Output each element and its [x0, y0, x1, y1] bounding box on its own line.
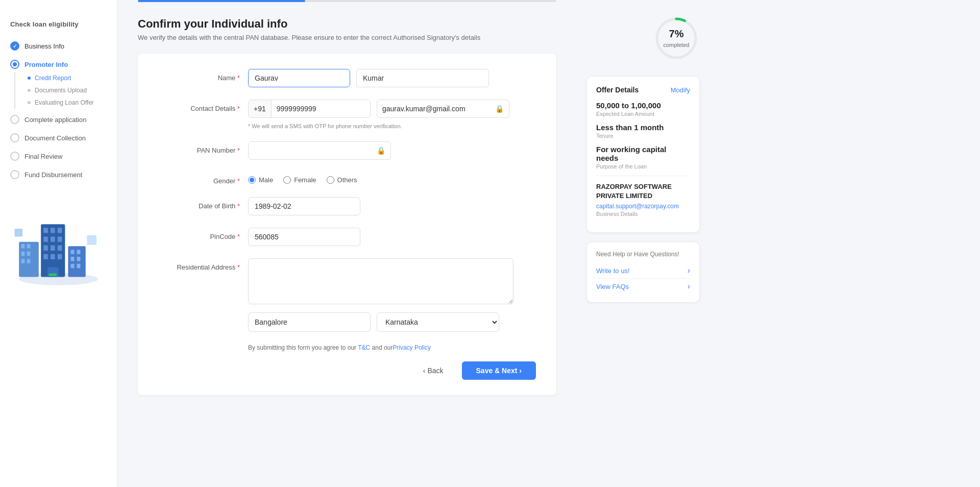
phone-input[interactable]: [272, 100, 371, 117]
progress-bar-fill: [138, 0, 305, 2]
step-label-document-collection: Document Collection: [24, 134, 86, 142]
pan-input[interactable]: [249, 142, 372, 159]
svg-rect-24: [77, 250, 81, 254]
step-label-business-info: Business Info: [24, 42, 64, 50]
pincode-label: PinCode *: [158, 228, 240, 240]
name-row: Name *: [158, 69, 536, 87]
svg-rect-26: [77, 257, 81, 261]
back-button[interactable]: ‹ Back: [411, 361, 456, 380]
progress-circle: 7% completed: [653, 15, 699, 61]
address-textarea[interactable]: [248, 258, 513, 304]
svg-rect-23: [71, 250, 75, 254]
sidebar-item-promoter-info[interactable]: Promoter Info: [10, 57, 107, 72]
dob-input[interactable]: [248, 197, 360, 215]
svg-rect-25: [71, 257, 75, 261]
svg-rect-30: [15, 229, 22, 236]
gender-options: Male Female Others: [248, 172, 536, 184]
write-to-us-link[interactable]: Write to us! ›: [596, 263, 690, 279]
address-row: Residential Address * Karnataka Maharash…: [158, 258, 536, 332]
pan-fields: 🔒: [248, 141, 536, 160]
sidebar-sub-item-documents-upload[interactable]: Documents Upload: [30, 84, 107, 96]
first-name-input[interactable]: [248, 69, 350, 87]
svg-rect-10: [51, 228, 55, 233]
contact-label: Contact Details *: [158, 100, 240, 112]
view-faqs-link[interactable]: View FAQs ›: [596, 279, 690, 294]
write-to-us-text: Write to us!: [596, 267, 630, 275]
tenure-value: Less than 1 month: [596, 123, 690, 132]
pan-wrapper: 🔒: [248, 141, 391, 160]
gender-others-text: Others: [337, 176, 357, 184]
contact-field-row: +91 🔒: [248, 100, 536, 118]
svg-rect-2: [21, 244, 24, 249]
lock-icon: 🔒: [490, 105, 509, 113]
modify-link[interactable]: Modify: [671, 86, 690, 94]
sidebar-item-final-review[interactable]: Final Review: [10, 149, 107, 164]
tenure-label: Tenure: [596, 133, 690, 139]
svg-rect-20: [58, 254, 62, 259]
form-title: Confirm your Individual info: [138, 17, 556, 31]
svg-rect-4: [21, 252, 24, 256]
purpose-value: For working capital needs: [596, 145, 690, 162]
progress-label: completed: [664, 42, 690, 48]
phone-hint: * We will send a SMS with OTP for phone …: [248, 123, 536, 129]
svg-rect-13: [51, 236, 55, 241]
save-next-button[interactable]: Save & Next ›: [462, 361, 536, 380]
state-select[interactable]: Karnataka Maharashtra Delhi Tamil Nadu T…: [377, 312, 499, 332]
svg-rect-7: [27, 259, 31, 263]
loan-amount-value: 50,000 to 1,00,000: [596, 101, 690, 110]
step-label-promoter-info: Promoter Info: [24, 61, 68, 68]
gender-male-radio[interactable]: [248, 176, 256, 184]
svg-rect-15: [43, 246, 48, 251]
progress-bar: [138, 0, 556, 2]
form-actions: ‹ Back Save & Next ›: [158, 361, 536, 380]
loan-amount-label: Expected Loan Amount: [596, 111, 690, 117]
city-state-row: Karnataka Maharashtra Delhi Tamil Nadu T…: [248, 312, 536, 332]
offer-card-title: Offer Details: [596, 86, 639, 94]
city-input[interactable]: [248, 312, 371, 332]
svg-rect-6: [21, 259, 24, 263]
sidebar-item-complete-application[interactable]: Complete application: [10, 112, 107, 127]
step-label-complete-application: Complete application: [24, 116, 86, 124]
gender-others-radio[interactable]: [327, 176, 334, 184]
help-heading: Need Help or Have Questions!: [596, 251, 690, 258]
terms-link[interactable]: T&C: [358, 344, 370, 351]
sidebar-item-fund-disbursement[interactable]: Fund Disbursement: [10, 167, 107, 182]
sidebar-item-business-info[interactable]: Business Info: [10, 38, 107, 54]
last-name-input[interactable]: [356, 69, 489, 87]
svg-rect-18: [43, 254, 48, 259]
step-group-final-review: Final Review: [10, 149, 107, 164]
privacy-link[interactable]: Privacy Policy: [393, 344, 431, 351]
step-group-promoter-info: Promoter Info Credit Report Documents Up…: [10, 57, 107, 109]
gender-male-label[interactable]: Male: [248, 176, 273, 184]
step-circle-business-info: [10, 41, 19, 51]
step-group-complete-application: Complete application: [10, 112, 107, 127]
svg-rect-3: [27, 244, 31, 249]
purpose-row: For working capital needs Purpose of the…: [596, 145, 690, 169]
svg-rect-31: [87, 235, 96, 245]
sidebar-item-document-collection[interactable]: Document Collection: [10, 130, 107, 145]
pincode-input[interactable]: [248, 228, 360, 246]
gender-others-label[interactable]: Others: [327, 176, 357, 184]
view-faqs-text: View FAQs: [596, 283, 629, 290]
phone-code: +91: [249, 100, 272, 117]
view-faqs-chevron-icon: ›: [688, 282, 690, 291]
tenure-row: Less than 1 month Tenure: [596, 123, 690, 139]
gender-female-label[interactable]: Female: [283, 176, 316, 184]
email-input[interactable]: [377, 100, 490, 117]
step-label-final-review: Final Review: [24, 153, 62, 160]
phone-wrapper: +91: [248, 100, 371, 118]
form-subtitle: We verify the details with the central P…: [138, 34, 556, 41]
gender-female-radio[interactable]: [283, 176, 291, 184]
pan-label: PAN Number *: [158, 141, 240, 154]
sidebar-sub-item-credit-report[interactable]: Credit Report: [30, 72, 107, 84]
gender-fields: Male Female Others: [248, 172, 536, 184]
svg-rect-19: [51, 254, 55, 259]
svg-rect-27: [71, 264, 75, 269]
step-circle-document-collection: [10, 133, 19, 142]
pincode-fields: [248, 228, 536, 246]
sub-steps-promoter: Credit Report Documents Upload Evaluatin…: [14, 72, 107, 109]
pan-row: PAN Number * 🔒: [158, 141, 536, 160]
sidebar-sub-item-evaluating-loan-offer[interactable]: Evaluating Loan Offer: [30, 96, 107, 109]
svg-rect-16: [51, 246, 55, 251]
step-group-fund-disbursement: Fund Disbursement: [10, 167, 107, 182]
